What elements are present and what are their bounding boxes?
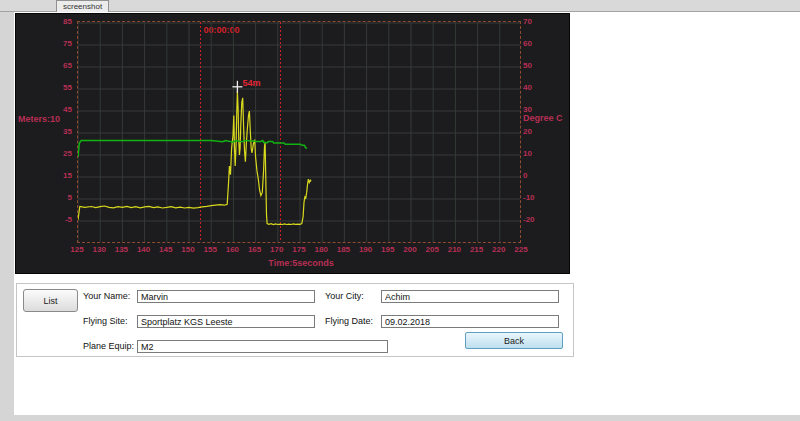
axis-tick-label: 30 — [523, 105, 553, 115]
axis-tick-label: 175 — [288, 245, 310, 255]
axis-tick-label: 150 — [177, 245, 199, 255]
axis-tick-label: 200 — [399, 245, 421, 255]
axis-tick-label: 190 — [355, 245, 377, 255]
altitude-annotation: 54m — [242, 78, 260, 88]
axis-tick-label: 215 — [466, 245, 488, 255]
axis-tick-label: 5 — [42, 193, 72, 203]
axis-tick-label: 85 — [42, 17, 72, 27]
your-city-input[interactable] — [381, 290, 559, 303]
axis-tick-label: 165 — [244, 245, 266, 255]
axis-tick-label: 210 — [443, 245, 465, 255]
chart-canvas[interactable] — [78, 22, 520, 242]
axis-tick-label: 70 — [523, 17, 553, 27]
axis-tick-label: 0 — [523, 171, 553, 181]
axis-tick-label: 35 — [42, 127, 72, 137]
axis-tick-label: 170 — [266, 245, 288, 255]
flying-date-input[interactable] — [381, 315, 559, 328]
flight-log-chart-panel: Meters:10 Degree C Time:5seconds 00:00:0… — [15, 13, 570, 274]
axis-tick-label: 75 — [42, 39, 72, 49]
flying-site-input[interactable] — [137, 315, 315, 328]
axis-tick-label: 60 — [523, 39, 553, 49]
axis-tick-label: 140 — [133, 245, 155, 255]
axis-tick-label: 10 — [523, 149, 553, 159]
axis-tick-label: 195 — [377, 245, 399, 255]
axis-tick-label: 145 — [155, 245, 177, 255]
axis-tick-label: 65 — [42, 61, 72, 71]
axis-tick-label: -10 — [523, 193, 553, 203]
axis-tick-label: 180 — [310, 245, 332, 255]
flight-info-form: List Your Name: Your City: Flying Site: … — [16, 283, 574, 357]
axis-tick-label: 50 — [523, 61, 553, 71]
axis-tick-label: 220 — [488, 245, 510, 255]
x-axis-title: Time:5seconds — [216, 258, 386, 268]
axis-tick-label: -5 — [42, 215, 72, 225]
axis-tick-label: 15 — [42, 171, 72, 181]
axis-tick-label: 160 — [221, 245, 243, 255]
axis-tick-label: 130 — [88, 245, 110, 255]
axis-tick-label: 45 — [42, 105, 72, 115]
your-name-label: Your Name: — [83, 291, 130, 301]
axis-tick-label: 135 — [110, 245, 132, 255]
axis-tick-label: 20 — [523, 127, 553, 137]
axis-tick-label: 205 — [421, 245, 443, 255]
plane-equip-label: Plane Equip: — [83, 341, 134, 351]
flying-site-label: Flying Site: — [83, 316, 128, 326]
list-button[interactable]: List — [23, 289, 78, 312]
back-button[interactable]: Back — [465, 332, 563, 349]
tab-screenshot[interactable]: screenshot — [56, 0, 109, 12]
flying-date-label: Flying Date: — [325, 316, 373, 326]
your-city-label: Your City: — [325, 291, 364, 301]
axis-tick-label: 185 — [332, 245, 354, 255]
axis-tick-label: 40 — [523, 83, 553, 93]
axis-tick-label: 55 — [42, 83, 72, 93]
axis-tick-label: 155 — [199, 245, 221, 255]
app-window: Meters:10 Degree C Time:5seconds 00:00:0… — [14, 12, 800, 415]
left-axis-title: Meters:10 — [18, 114, 60, 124]
axis-tick-label: 125 — [66, 245, 88, 255]
axis-tick-label: 25 — [42, 149, 72, 159]
axis-tick-label: -20 — [523, 215, 553, 225]
tab-bar: screenshot — [0, 0, 800, 12]
plot-area[interactable]: 54m — [77, 21, 521, 243]
your-name-input[interactable] — [137, 290, 315, 303]
axis-tick-label: 225 — [510, 245, 532, 255]
plane-equip-input[interactable] — [137, 340, 388, 353]
